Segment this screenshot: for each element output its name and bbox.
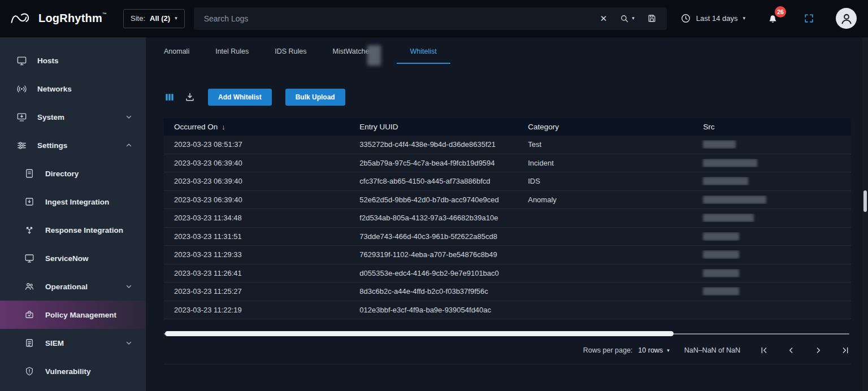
trademark: ™: [102, 12, 107, 17]
search-input[interactable]: [204, 14, 600, 23]
pagination-bar: Rows per page: 10 rows ▾ NaN–NaN of NaN: [164, 344, 851, 357]
sidebar-item-label: Policy Management: [45, 311, 116, 319]
sidebar-item-ingest-integration[interactable]: Ingest Integration: [0, 188, 146, 216]
sidebar-nav: Hosts Networks System: [0, 37, 146, 391]
table-row[interactable]: 2023-03-23 11:22:19 012e3bbf-e3cf-4f9a-b…: [164, 301, 851, 320]
columns-icon[interactable]: [164, 92, 175, 103]
monitor-icon: [16, 55, 27, 66]
previous-page-icon[interactable]: [787, 346, 796, 355]
last-page-icon[interactable]: [841, 346, 850, 355]
vertical-scrollbar[interactable]: [862, 37, 868, 391]
column-header-category[interactable]: Category: [518, 123, 693, 131]
cell-entry-uuid: 52e62d5d-9bb6-42d0-b7db-acc9740e9ced: [349, 196, 518, 204]
sidebar-item-label: SIEM: [45, 339, 64, 347]
table-row[interactable]: 2023-03-23 06:39:40 cfc37fc8-ab65-4150-a…: [164, 172, 851, 191]
siem-icon: [24, 337, 35, 349]
bulk-upload-button[interactable]: Bulk Upload: [285, 89, 345, 106]
sidebar-item-policy-management[interactable]: Policy Management: [0, 301, 146, 329]
cell-entry-uuid: 7629319f-1102-4eba-a707-be54876c8b49: [349, 250, 518, 259]
tab-intel-rules[interactable]: Intel Rules: [215, 47, 249, 63]
time-range-selector[interactable]: Last 14 days ▾: [680, 13, 745, 24]
cell-entry-uuid: 2b5ab79a-97c5-4c7a-bea4-f9fcb19d9594: [349, 159, 518, 167]
table-row[interactable]: 2023-03-23 11:34:48 f2d534ab-805a-4132-9…: [164, 209, 851, 228]
add-whitelist-button[interactable]: Add Whitelist: [208, 89, 272, 106]
response-icon: [24, 224, 35, 236]
table-row[interactable]: 2023-03-23 06:39:40 2b5ab79a-97c5-4c7a-b…: [164, 154, 851, 173]
scrollbar-thumb[interactable]: [165, 331, 674, 336]
chevron-down-icon: ▾: [667, 348, 670, 353]
cell-occurred-on: 2023-03-23 08:51:37: [164, 140, 349, 149]
next-page-icon[interactable]: [814, 346, 823, 355]
table-row[interactable]: 2023-03-23 08:51:37 335272bd-c4f4-438e-9…: [164, 136, 851, 154]
site-selector[interactable]: Site: All (2) ▾: [123, 9, 185, 28]
sidebar-item-hosts[interactable]: Hosts: [0, 46, 146, 75]
cell-entry-uuid: 8d3c6b2c-a44e-4ffd-b2c0-f03b37f9f56c: [349, 287, 518, 296]
search-bar: ✕ ▾: [194, 7, 667, 30]
table-row[interactable]: 2023-03-23 11:25:27 8d3c6b2c-a44e-4ffd-b…: [164, 283, 851, 301]
sidebar-item-vulnerability[interactable]: Vulnerability: [0, 357, 146, 385]
redacted-src-value: [703, 196, 766, 204]
first-page-icon[interactable]: [760, 346, 769, 355]
ingest-icon: [24, 196, 35, 207]
pager-controls: [760, 346, 850, 355]
cell-occurred-on: 2023-03-23 11:29:33: [164, 250, 349, 259]
cell-entry-uuid: 73dde743-466d-40c3-961b-5f2622a85cd8: [349, 232, 518, 241]
sidebar-item-system[interactable]: System: [0, 103, 146, 131]
chevron-down-icon: ▾: [175, 16, 177, 21]
sidebar-item-servicenow[interactable]: ServiceNow: [0, 244, 146, 272]
tab-ids-rules[interactable]: IDS Rules: [275, 47, 306, 63]
system-icon: [16, 111, 27, 123]
column-header-src[interactable]: Src: [693, 123, 851, 131]
redacted-src-value: [703, 159, 757, 167]
whitelist-table: Occurred On ↓ Entry UUID Category Src 20…: [164, 118, 851, 319]
table-row[interactable]: 2023-03-23 11:29:33 7629319f-1102-4eba-a…: [164, 246, 851, 264]
save-search-icon[interactable]: [647, 14, 657, 23]
search-options-button[interactable]: ▾: [619, 14, 635, 24]
sidebar-item-label: Settings: [37, 141, 67, 150]
clear-search-icon[interactable]: ✕: [600, 14, 607, 24]
sidebar-item-siem[interactable]: SIEM: [0, 329, 146, 357]
notifications-button[interactable]: 26: [767, 12, 779, 24]
search-actions: ✕ ▾: [600, 14, 657, 24]
cell-category: IDS: [518, 177, 693, 185]
broadcast-icon: [16, 83, 27, 94]
table-row[interactable]: 2023-03-23 06:39:40 52e62d5d-9bb6-42d0-b…: [164, 191, 851, 210]
sidebar-item-settings[interactable]: Settings: [0, 131, 146, 159]
sidebar-item-networks[interactable]: Networks: [0, 75, 146, 103]
redacted-src-value: [703, 232, 739, 241]
sidebar-item-directory[interactable]: Directory: [0, 159, 146, 188]
tab-mistwatcher[interactable]: MistWatcher: [333, 47, 372, 63]
logrhythm-logo-icon: [10, 11, 33, 26]
download-icon[interactable]: [184, 92, 196, 103]
table-toolbar: Add Whitelist Bulk Upload: [164, 89, 851, 106]
pagination-range-text: NaN–NaN of NaN: [684, 346, 740, 354]
table-row[interactable]: 2023-03-23 11:26:41 d055353e-edc4-4146-9…: [164, 264, 851, 283]
tab-anomali[interactable]: Anomali: [164, 47, 189, 63]
column-header-occurred-on[interactable]: Occurred On ↓: [164, 123, 349, 131]
sidebar-item-label: Response Integration: [45, 226, 123, 234]
sidebar-item-label: Ingest Integration: [45, 198, 109, 206]
site-label: Site:: [131, 14, 145, 23]
table-row[interactable]: 2023-03-23 11:31:51 73dde743-466d-40c3-9…: [164, 228, 851, 246]
vertical-scrollbar-thumb[interactable]: [863, 190, 867, 212]
sidebar-item-label: Directory: [45, 170, 79, 178]
redacted-src-value: [703, 140, 736, 149]
chevron-down-icon: [125, 283, 132, 290]
cell-occurred-on: 2023-03-23 11:26:41: [164, 269, 349, 277]
redacted-src-value: [703, 287, 739, 296]
cell-occurred-on: 2023-03-23 11:34:48: [164, 214, 349, 222]
search-icon: [619, 14, 630, 24]
sidebar-item-response-integration[interactable]: Response Integration: [0, 216, 146, 244]
redacted-src-value: [703, 250, 739, 259]
sidebar-item-label: Vulnerability: [45, 367, 91, 376]
column-header-entry-uuid[interactable]: Entry UUID: [349, 123, 518, 131]
logrhythm-logo[interactable]: LogRhythm™: [10, 11, 123, 26]
site-value: All (2): [150, 14, 170, 23]
cell-occurred-on: 2023-03-23 06:39:40: [164, 196, 349, 204]
tab-whitelist[interactable]: Whitelist: [397, 47, 450, 64]
user-avatar[interactable]: [836, 8, 857, 29]
sidebar-item-operational[interactable]: Operational: [0, 272, 146, 301]
rows-per-page-select[interactable]: 10 rows ▾: [638, 346, 669, 354]
fullscreen-button[interactable]: [804, 13, 814, 24]
briefcase-check-icon: [24, 309, 35, 320]
